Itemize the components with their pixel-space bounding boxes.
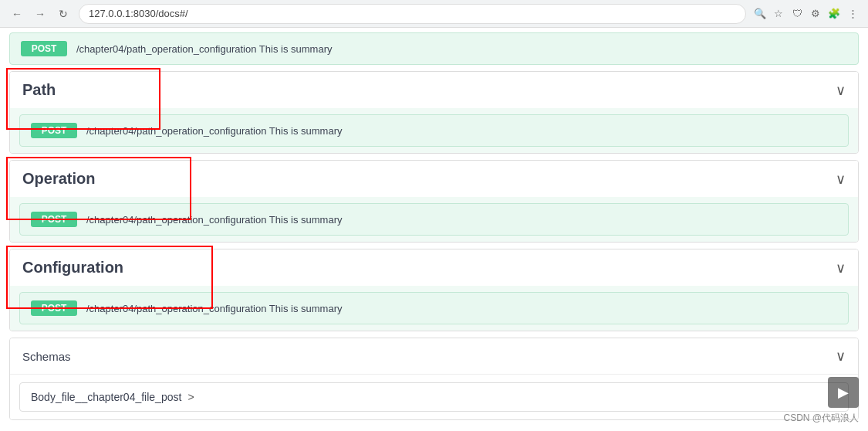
path-section-header[interactable]: Path ∨	[10, 72, 858, 108]
schemas-chevron-icon: ∨	[836, 348, 846, 365]
bookmark-icon[interactable]: ☆	[771, 6, 786, 22]
settings-icon[interactable]: ⚙	[808, 6, 823, 22]
operation-api-row: POST /chapter04/path_operation_configura…	[19, 203, 849, 236]
configuration-section-title: Configuration	[22, 259, 123, 277]
shield-icon[interactable]: 🛡	[789, 6, 805, 22]
operation-section: Operation ∨ POST /chapter04/path_operati…	[9, 160, 859, 243]
url-text: 127.0.0.1:8030/docs#/	[89, 8, 188, 19]
page-content: POST /chapter04/path_operation_configura…	[0, 28, 868, 431]
browser-icons: 🔍 ☆ 🛡 ⚙ 🧩 ⋮	[752, 6, 860, 22]
configuration-post-badge: POST	[31, 300, 77, 316]
operation-endpoint-text: /chapter04/path_operation_configuration …	[86, 214, 342, 226]
back-button[interactable]: ←	[8, 5, 26, 23]
schemas-header[interactable]: Schemas ∨	[10, 338, 858, 374]
operation-chevron-icon: ∨	[836, 171, 846, 188]
path-chevron-icon: ∨	[836, 82, 846, 99]
path-section-body: POST /chapter04/path_operation_configura…	[10, 108, 858, 153]
schemas-section: Schemas ∨ Body_file__chapter04_file_post…	[9, 338, 859, 420]
configuration-chevron-icon: ∨	[836, 260, 846, 277]
reload-button[interactable]: ↻	[54, 5, 73, 23]
url-bar[interactable]: 127.0.0.1:8030/docs#/	[79, 4, 746, 24]
configuration-section-body: POST /chapter04/path_operation_configura…	[10, 286, 858, 331]
operation-section-body: POST /chapter04/path_operation_configura…	[10, 197, 858, 242]
top-endpoint-text: /chapter04/path_operation_configuration …	[76, 43, 332, 55]
path-section-title: Path	[22, 81, 56, 99]
path-endpoint-text: /chapter04/path_operation_configuration …	[86, 125, 342, 137]
operation-section-title: Operation	[22, 170, 95, 188]
play-button-overlay[interactable]: ▶	[828, 377, 859, 408]
schema-item[interactable]: Body_file__chapter04_file_post >	[19, 382, 849, 412]
configuration-section: Configuration ∨ POST /chapter04/path_ope…	[9, 249, 859, 331]
browser-bar: ← → ↻ 127.0.0.1:8030/docs#/ 🔍 ☆ 🛡 ⚙ 🧩 ⋮	[0, 0, 868, 28]
top-post-badge: POST	[21, 41, 67, 56]
path-post-badge: POST	[31, 123, 77, 138]
watermark-text: CSDN @代码浪人	[783, 412, 859, 425]
schemas-body: Body_file__chapter04_file_post >	[10, 374, 858, 419]
menu-icon[interactable]: ⋮	[845, 6, 860, 22]
browser-controls: ← → ↻	[8, 5, 73, 23]
operation-section-wrapper: Operation ∨ POST /chapter04/path_operati…	[9, 160, 859, 243]
schema-item-name: Body_file__chapter04_file_post	[31, 391, 181, 403]
forward-button[interactable]: →	[31, 5, 49, 23]
configuration-api-row: POST /chapter04/path_operation_configura…	[19, 292, 849, 324]
schema-arrow-icon: >	[187, 391, 194, 403]
operation-section-header[interactable]: Operation ∨	[10, 161, 858, 197]
configuration-section-header[interactable]: Configuration ∨	[10, 249, 858, 286]
path-section-wrapper: Path ∨ POST /chapter04/path_operation_co…	[9, 71, 859, 154]
path-api-row: POST /chapter04/path_operation_configura…	[19, 114, 849, 147]
configuration-section-wrapper: Configuration ∨ POST /chapter04/path_ope…	[9, 249, 859, 331]
page-wrapper: ← → ↻ 127.0.0.1:8030/docs#/ 🔍 ☆ 🛡 ⚙ 🧩 ⋮ …	[0, 0, 868, 431]
top-api-row: POST /chapter04/path_operation_configura…	[9, 32, 859, 65]
search-icon[interactable]: 🔍	[752, 6, 768, 22]
extensions-icon[interactable]: 🧩	[826, 6, 842, 22]
path-section: Path ∨ POST /chapter04/path_operation_co…	[9, 71, 859, 154]
schemas-title: Schemas	[22, 350, 71, 363]
operation-post-badge: POST	[31, 212, 77, 227]
configuration-endpoint-text: /chapter04/path_operation_configuration …	[86, 303, 342, 314]
